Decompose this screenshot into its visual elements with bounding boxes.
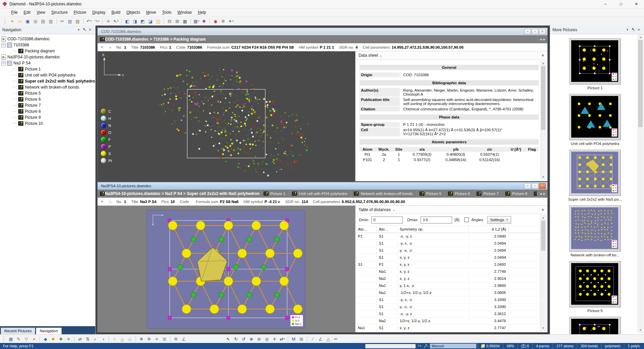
tree-item[interactable]: 7103386 <box>0 42 95 48</box>
data-sheet-icon[interactable]: ◩ <box>139 18 146 25</box>
child-maximize-button[interactable]: ▫ <box>532 183 538 189</box>
distance-row[interactable]: S1x, y, z2.0494 <box>356 254 540 261</box>
page-preview-icon[interactable]: ▤ <box>40 18 47 25</box>
add-all-atoms-icon[interactable]: ✛ <box>65 336 72 343</box>
menu-item[interactable]: Display <box>89 9 108 16</box>
tree-expand-icon[interactable] <box>13 105 17 106</box>
close-infobar-icon[interactable]: ✕ <box>101 200 103 203</box>
structure-gem-icon[interactable]: ◆ <box>42 336 49 343</box>
menu-item[interactable]: View <box>34 9 48 16</box>
tree-expand-icon[interactable] <box>1 43 6 47</box>
picture-tab[interactable]: Picture 8 <box>502 190 530 197</box>
more-pictures-scrollbar[interactable]: ▲ ▼ <box>638 35 643 333</box>
close-button[interactable]: ✕ <box>629 0 644 8</box>
atomic-row[interactable]: Pt12a10.77909(3)0.40800(3)0.55074(1) <box>360 152 539 157</box>
tree-expand-icon[interactable] <box>13 75 17 76</box>
distance-row[interactable]: Na1y, 1-x, -z2.9860 <box>356 282 540 289</box>
pin-icon[interactable] <box>82 28 87 32</box>
tree-item[interactable]: Na3PS4-10-pictures.diamdoc <box>0 54 95 60</box>
settings-button[interactable]: Settings <box>487 216 511 224</box>
effects-icon[interactable]: ✦ <box>227 18 234 25</box>
coordination-sphere-icon[interactable]: ○ <box>111 336 118 343</box>
data-brick-icon[interactable]: ◧ <box>124 18 131 25</box>
complete-fragments-icon[interactable]: ✻ <box>146 336 153 343</box>
tree-item[interactable]: Packing diagram <box>0 48 95 54</box>
delete-table-icon[interactable]: × <box>31 336 38 343</box>
properties-icon[interactable]: ✱ <box>201 18 208 25</box>
move-view-icon[interactable]: ✛ <box>271 336 278 343</box>
child-maximize-button[interactable]: ▫ <box>532 29 538 35</box>
panel-tab[interactable]: Recent Pictures <box>1 328 35 334</box>
pack-range-icon[interactable]: ⊞ <box>161 336 168 343</box>
legend-entry[interactable]: N <box>101 122 112 128</box>
new-picture-icon[interactable]: ✶ <box>9 18 16 25</box>
column-atom1[interactable]: Ato... <box>356 226 376 233</box>
panel-menu-caret-icon[interactable]: ▾ <box>393 209 394 212</box>
measure-angle-icon[interactable]: ∠ <box>317 336 324 343</box>
column-distance[interactable]: d 1,2 [Å] <box>468 226 508 233</box>
fill-cell-icon[interactable]: ✳ <box>153 336 160 343</box>
panel-menu-caret-icon[interactable]: ▾ <box>380 55 382 58</box>
measure-icon[interactable]: ∠ <box>180 336 187 343</box>
picture-thumbnail[interactable]: Super cell 2x2x2 with NaS po... <box>567 150 624 201</box>
find-icon[interactable]: ◎ <box>32 18 39 25</box>
build-molecules-icon[interactable]: ✹ <box>50 336 57 343</box>
atom-group-icon[interactable]: ◑ <box>100 336 107 343</box>
scroll-down-icon[interactable]: ▼ <box>541 326 546 330</box>
filter-icon[interactable]: ▽ <box>23 336 30 343</box>
wand-icon[interactable] <box>423 344 428 348</box>
close-panel-icon[interactable]: ✕ <box>636 28 642 32</box>
tree-expand-icon[interactable] <box>13 81 17 82</box>
data-sheet-scrollbar[interactable]: ▲ ▼ <box>540 61 546 180</box>
legend-entry[interactable]: F <box>101 137 112 142</box>
tree-expand-icon[interactable] <box>13 117 17 118</box>
menu-item[interactable]: Help <box>195 9 209 16</box>
scroll-up-icon[interactable]: ▲ <box>541 61 546 65</box>
measure-distance-icon[interactable]: ∕ <box>309 336 316 343</box>
tile-vertical-icon[interactable]: ⊞ <box>174 18 181 25</box>
create-bonds-icon[interactable]: ⇄ <box>76 336 84 343</box>
menu-item[interactable]: Objects <box>123 9 143 16</box>
toolbar-icon[interactable] <box>83 18 84 24</box>
paste-icon[interactable]: ▧ <box>74 18 81 25</box>
picture-tab[interactable]: Unit cell with PO4 polyhedra <box>289 190 350 197</box>
legend-entry[interactable]: O <box>101 130 112 135</box>
zoom-in-icon[interactable]: ⊕ <box>248 336 255 343</box>
toolbar-icon[interactable] <box>121 18 122 24</box>
measure-torsion-icon[interactable]: △ <box>325 336 332 343</box>
toolbar-icon[interactable] <box>40 336 40 342</box>
tree-expand-icon[interactable] <box>13 111 17 112</box>
tree-item[interactable]: COD-7103386.diamdoc <box>0 36 95 42</box>
tree-expand-icon[interactable] <box>13 99 17 100</box>
toolbar-grip[interactable] <box>3 336 5 342</box>
select-pointer-icon[interactable]: ↖ <box>225 336 232 343</box>
scroll-up-icon[interactable]: ▲ <box>638 35 643 39</box>
breadcrumb-nav-arrows[interactable]: ◀▶ <box>537 35 547 43</box>
close-infobar-icon[interactable]: ✕ <box>101 45 103 49</box>
distance-row[interactable]: S1-x, -y, z3.3612 <box>356 310 540 317</box>
child-close-button[interactable]: × <box>539 29 546 35</box>
column-atom2[interactable]: Ato... <box>376 226 397 233</box>
child-close-button[interactable]: × <box>539 183 546 189</box>
zoom-out-icon[interactable]: ⊖ <box>256 336 263 343</box>
panel-tab[interactable]: Navigation <box>36 328 61 334</box>
distance-row[interactable]: S1-y, x, -z3.3390 <box>356 296 540 303</box>
pin-icon[interactable] <box>630 28 636 32</box>
tree-item[interactable]: Super cell 2x2x2 with NaS polyhedron <box>0 78 95 84</box>
tools-icon[interactable]: ✲ <box>172 336 179 343</box>
distance-row[interactable]: S1P1x, y, z2.0492 <box>356 261 540 268</box>
toolbar-grip[interactable] <box>5 18 6 24</box>
picture-thumbnail[interactable]: Unit cell with PO4 polyhedra <box>567 94 624 146</box>
distances-scrollbar[interactable]: ▲ ▼ <box>540 215 546 331</box>
distances-dropdown-icon[interactable]: ▦ <box>193 18 200 25</box>
cascade-icon[interactable]: ▩ <box>181 18 189 25</box>
breadcrumb[interactable]: COD-7103386.diamdoc > 7103386 > Packing … <box>105 37 206 42</box>
legend-entry[interactable]: C <box>101 108 112 114</box>
tree-item[interactable]: Picture 10 <box>0 120 95 127</box>
toolbar-icon[interactable] <box>187 339 224 339</box>
picture-tab[interactable]: Picture 5 <box>416 190 444 197</box>
tree-item[interactable]: Network with broken-off bonds <box>0 84 95 90</box>
break-bonds-icon[interactable]: ⇅ <box>84 336 91 343</box>
toolbar-icon[interactable] <box>74 336 74 342</box>
tree-item[interactable]: Picture 6 <box>0 96 95 102</box>
